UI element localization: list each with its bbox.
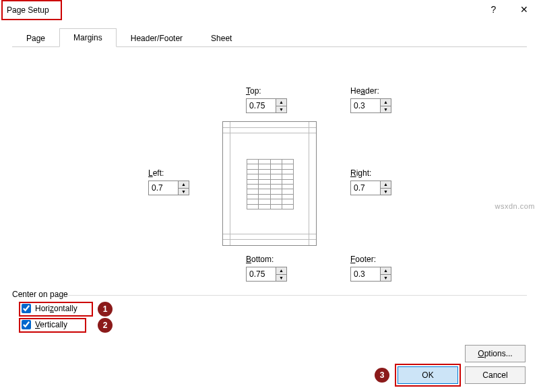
badge-2: 2 <box>98 318 113 333</box>
right-down-icon[interactable]: ▼ <box>381 189 391 195</box>
badge-1: 1 <box>98 302 113 317</box>
header-spinner[interactable]: ▲▼ <box>350 98 391 113</box>
tab-page[interactable]: Page <box>12 29 59 47</box>
top-input[interactable] <box>246 98 276 113</box>
footer-spinner[interactable]: ▲▼ <box>350 267 391 282</box>
footer-input[interactable] <box>350 267 381 282</box>
header-label: Header: <box>350 86 379 96</box>
vertically-checkbox[interactable] <box>22 320 31 329</box>
ok-button[interactable]: OK <box>398 366 458 384</box>
bottom-down-icon[interactable]: ▼ <box>276 275 286 282</box>
tab-margins[interactable]: Margins <box>59 28 117 47</box>
top-down-icon[interactable]: ▼ <box>276 106 286 113</box>
bottom-input[interactable] <box>246 267 276 282</box>
center-on-page-legend: Center on page <box>12 290 68 299</box>
tab-sheet[interactable]: Sheet <box>197 29 246 47</box>
left-label: Left: <box>148 168 164 178</box>
top-label: Top: <box>246 86 261 96</box>
header-down-icon[interactable]: ▼ <box>381 106 391 113</box>
horizontally-label: Horizontally <box>35 304 77 313</box>
header-up-icon[interactable]: ▲ <box>381 99 391 106</box>
bottom-label: Bottom: <box>246 255 274 264</box>
right-spinner[interactable]: ▲▼ <box>350 181 391 195</box>
left-down-icon[interactable]: ▼ <box>179 189 189 195</box>
help-button[interactable]: ? <box>478 0 509 19</box>
vertically-label: Vertically <box>35 320 67 329</box>
left-input[interactable] <box>148 181 179 195</box>
right-label: Right: <box>350 168 371 178</box>
cancel-button[interactable]: Cancel <box>465 366 526 384</box>
top-spinner[interactable]: ▲▼ <box>246 98 287 113</box>
page-preview <box>222 121 317 246</box>
header-input[interactable] <box>350 98 381 113</box>
close-button[interactable]: ✕ <box>509 0 539 19</box>
help-icon: ? <box>491 4 497 15</box>
badge-3: 3 <box>375 368 389 383</box>
top-up-icon[interactable]: ▲ <box>276 99 286 106</box>
horizontally-checkbox[interactable] <box>22 304 31 313</box>
bottom-up-icon[interactable]: ▲ <box>276 267 286 275</box>
left-spinner[interactable]: ▲▼ <box>148 181 189 195</box>
close-icon: ✕ <box>520 4 528 15</box>
options-button[interactable]: Options... <box>465 345 526 362</box>
right-input[interactable] <box>350 181 381 195</box>
window-title: Page Setup <box>7 5 49 15</box>
footer-up-icon[interactable]: ▲ <box>381 267 391 275</box>
tab-bar: Page Margins Header/Footer Sheet <box>12 27 527 47</box>
preview-grid <box>247 159 294 209</box>
footer-label: Footer: <box>350 255 376 264</box>
left-up-icon[interactable]: ▲ <box>179 181 189 189</box>
footer-down-icon[interactable]: ▼ <box>381 275 391 282</box>
tab-headerfooter[interactable]: Header/Footer <box>117 29 197 47</box>
right-up-icon[interactable]: ▲ <box>381 181 391 189</box>
bottom-spinner[interactable]: ▲▼ <box>246 267 287 282</box>
